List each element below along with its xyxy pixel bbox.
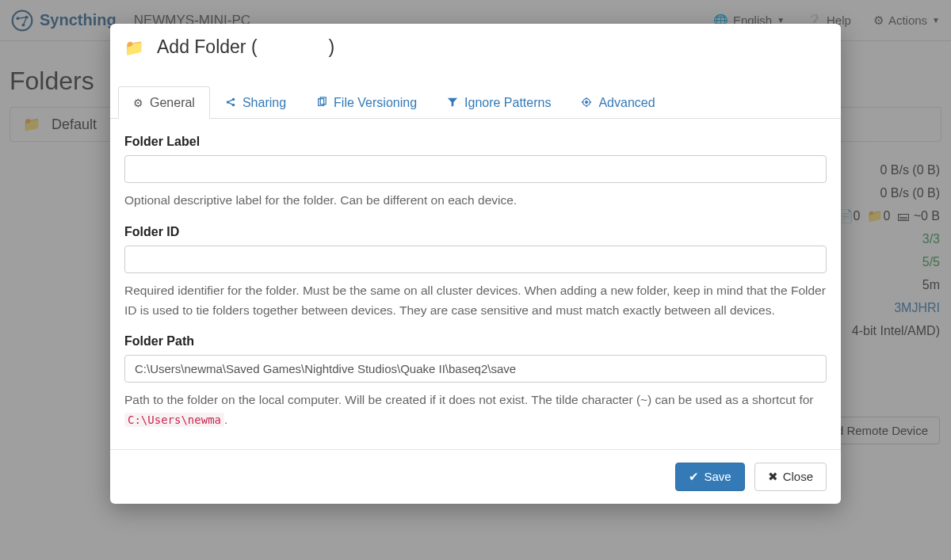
copy-icon [316, 97, 327, 110]
tab-label: General [150, 96, 195, 110]
folder-path-help: Path to the folder on the local computer… [124, 390, 827, 430]
close-label: Close [783, 470, 813, 483]
folder-icon: 📁 [124, 38, 144, 57]
save-label: Save [704, 470, 731, 483]
modal-tabs: ⚙ General Sharing File Versioning Ignor [110, 86, 841, 119]
gear-icon: ⚙ [133, 97, 143, 109]
folder-label-help: Optional descriptive label for the folde… [124, 191, 827, 211]
folder-id-help: Required identifier for the folder. Must… [124, 281, 827, 321]
sliders-icon [581, 97, 592, 110]
svg-point-7 [232, 97, 235, 101]
share-icon [225, 97, 236, 110]
folder-id-label: Folder ID [124, 225, 827, 239]
tab-advanced[interactable]: Advanced [566, 86, 670, 119]
tab-sharing[interactable]: Sharing [210, 86, 301, 119]
close-button[interactable]: ✖ Close [754, 463, 827, 491]
tab-file-versioning[interactable]: File Versioning [301, 86, 432, 119]
tab-label: Ignore Patterns [464, 96, 551, 110]
svg-line-10 [229, 102, 232, 104]
tab-ignore-patterns[interactable]: Ignore Patterns [432, 86, 566, 119]
folder-id-input[interactable] [124, 246, 827, 273]
modal-title: Add Folder () [157, 36, 334, 58]
folder-path-label: Folder Path [124, 334, 827, 349]
folder-label-input[interactable] [124, 155, 827, 183]
folder-id-group: Folder ID Required identifier for the fo… [124, 225, 827, 321]
folder-label-group: Folder Label Optional descriptive label … [124, 135, 827, 211]
filter-icon [447, 97, 458, 110]
tab-label: Sharing [243, 96, 286, 110]
modal-body: Folder Label Optional descriptive label … [110, 119, 841, 449]
folder-label-label: Folder Label [124, 135, 827, 149]
close-icon: ✖ [768, 470, 778, 484]
tab-label: Advanced [598, 96, 655, 110]
folder-path-input[interactable] [124, 355, 827, 383]
modal-header: 📁 Add Folder () [110, 24, 841, 66]
save-button[interactable]: ✔ Save [675, 463, 744, 491]
add-folder-modal: 📁 Add Folder () ⚙ General Sharing File V… [110, 24, 841, 504]
modal-overlay: 📁 Add Folder () ⚙ General Sharing File V… [0, 0, 951, 560]
folder-path-group: Folder Path Path to the folder on the lo… [124, 334, 827, 430]
svg-point-14 [586, 101, 588, 103]
svg-point-8 [232, 103, 235, 106]
tab-label: File Versioning [334, 96, 417, 110]
check-icon: ✔ [689, 470, 699, 484]
modal-footer: ✔ Save ✖ Close [110, 449, 841, 504]
svg-line-9 [229, 100, 232, 101]
tab-general[interactable]: ⚙ General [118, 86, 210, 119]
tilde-path-code: C:\Users\newma [124, 413, 224, 427]
